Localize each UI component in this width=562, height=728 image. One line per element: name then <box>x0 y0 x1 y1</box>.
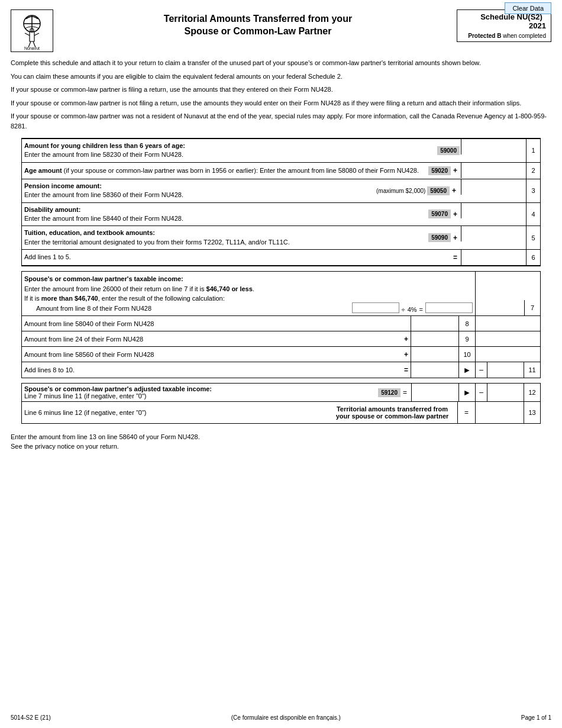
line9-input[interactable] <box>411 334 458 344</box>
row6-label-normal: Add lines 1 to 5. <box>24 253 447 262</box>
row3-maximum: (maximum $2,000) <box>376 188 425 194</box>
line12-code: 59120 <box>378 388 400 397</box>
row3-label: Pension income amount: Enter the amount … <box>22 179 375 202</box>
line12-equals: = <box>400 388 409 397</box>
line7-label: Amount from line 8 of their Form NU428 <box>24 305 151 312</box>
line8-number: 8 <box>458 316 475 331</box>
svg-line-5 <box>34 33 39 36</box>
row2-input[interactable] <box>461 163 526 178</box>
row5-code: 59090 <box>428 233 451 242</box>
taxable-header-normal2: . <box>253 285 254 292</box>
line9-number: 9 <box>458 331 475 346</box>
line9-input-area <box>411 331 458 346</box>
rows-1-6-table: Amount for young children less than 6 ye… <box>21 138 541 266</box>
title-line2: Spouse or Common-Law Partner <box>185 26 332 36</box>
line12-input1-area <box>411 384 458 401</box>
row4-code-area: 59070 + <box>427 203 461 226</box>
line12-label: Line 7 minus line 11 (if negative, enter… <box>24 392 374 400</box>
header-title: Territorial Amounts Transferred from you… <box>59 9 457 38</box>
line13-input[interactable] <box>476 408 517 417</box>
row1-input[interactable] <box>461 139 526 154</box>
footer-left: 5014-S2 E (21) <box>11 714 51 721</box>
line10-spacer <box>475 347 540 362</box>
footer-note2: See the privacy notice on your return. <box>11 443 551 450</box>
row4-operator: + <box>451 210 460 218</box>
protected-b-label: Protected B <box>468 33 501 39</box>
line9-label: Amount from line 24 of their Form NU428 <box>22 331 402 346</box>
nunavut-logo-icon: Nunavut <box>13 12 51 50</box>
row5-label-bold: Tuition, education, and textbook amounts… <box>24 229 155 236</box>
line8-spacer <box>475 316 540 331</box>
row2-operator: + <box>451 166 460 175</box>
line7-input[interactable] <box>476 306 524 315</box>
intro-para3: If your spouse or common-law partner is … <box>11 85 551 95</box>
form-row-1: Amount for young children less than 6 ye… <box>22 138 540 162</box>
line12-final-input[interactable] <box>487 388 517 397</box>
row1-number: 1 <box>526 139 540 162</box>
row1-label: Amount for young children less than 6 ye… <box>22 139 436 162</box>
equals-symbol: = <box>417 306 425 313</box>
line7-calc-input[interactable] <box>352 302 399 313</box>
row1-code-area: 59000 <box>436 139 461 162</box>
row2-label: Age amount (if your spouse or common-law… <box>22 163 427 179</box>
line10-input[interactable] <box>411 350 458 359</box>
row4-label: Disability amount: Enter the amount from… <box>22 203 427 226</box>
line7-number: 7 <box>524 300 540 315</box>
row5-input[interactable] <box>461 226 526 241</box>
form-row-4: Disability amount: Enter the amount from… <box>22 202 540 226</box>
taxable-header-bold2: $46,740 or less <box>206 285 253 292</box>
footer-right: Page 1 of 1 <box>521 714 551 721</box>
line13-input-area <box>475 402 524 423</box>
line8-input[interactable] <box>411 319 458 328</box>
header-area: Nunavut Territorial Amounts Transferred … <box>0 4 562 52</box>
intro-section: Complete this schedule and attach it to … <box>0 52 562 138</box>
footer-note1: Enter the amount from line 13 on line 58… <box>11 433 551 440</box>
row3-label-normal: Enter the amount from line 58360 of thei… <box>24 191 373 199</box>
row5-label: Tuition, education, and textbook amounts… <box>22 226 427 249</box>
row3-operator: + <box>450 186 458 195</box>
line12-input1[interactable] <box>412 388 452 397</box>
row2-label-bold: Age amount <box>24 167 62 174</box>
row5-code-area: 59090 + <box>427 226 461 249</box>
line11-label: Add lines 8 to 10. <box>22 362 402 378</box>
title-line1: Territorial Amounts Transferred from you… <box>164 14 352 24</box>
line7-calc-area: ÷ 4% = <box>352 272 475 315</box>
line7-final-area: 7 <box>475 272 540 315</box>
percent-label: 4% <box>408 306 417 313</box>
row6-operator-area: = <box>450 250 461 265</box>
svg-text:Nunavut: Nunavut <box>24 46 40 50</box>
line13-label: Line 6 minus line 12 (if negative, enter… <box>22 402 327 423</box>
row6-operator: = <box>451 253 460 262</box>
line12-arrow: ► <box>458 384 475 401</box>
line7-result-input[interactable] <box>425 302 473 313</box>
page-footer: 5014-S2 E (21) (Ce formulaire est dispon… <box>11 714 551 721</box>
line12-code-area: 59120 = <box>376 384 411 401</box>
row1-label-normal: Enter the amount from line 58230 of thei… <box>24 150 434 159</box>
row2-label-normal: (if your spouse or common-law partner wa… <box>62 167 419 174</box>
row4-label-bold: Disability amount: <box>24 206 80 213</box>
line11-operator: = <box>402 362 411 378</box>
line11-input[interactable] <box>411 365 458 375</box>
taxable-header: Spouse's or common-law partner's taxable… <box>22 272 352 315</box>
taxable-income-section: Spouse's or common-law partner's taxable… <box>21 271 541 378</box>
row2-code: 59020 <box>428 166 451 175</box>
line9-operator: + <box>402 331 411 346</box>
line13-bold-label: Territorial amounts transferred from you… <box>327 402 457 423</box>
line12-final-area <box>487 384 524 401</box>
row6-input[interactable] <box>461 250 526 265</box>
row1-label-bold: Amount for young children less than 6 ye… <box>24 142 185 149</box>
row4-input[interactable] <box>461 203 526 218</box>
svg-line-4 <box>25 33 30 36</box>
row3-number: 3 <box>526 179 540 202</box>
intro-para5: If your spouse or common-law partner was… <box>11 111 551 131</box>
form-row-5: Tuition, education, and textbook amounts… <box>22 226 540 249</box>
divide-symbol: ÷ <box>399 306 408 313</box>
intro-para1: Complete this schedule and attach it to … <box>11 58 551 68</box>
line11-final-input[interactable] <box>487 365 517 375</box>
line12-number: 12 <box>524 384 540 401</box>
clear-data-button[interactable]: Clear Data <box>505 2 551 14</box>
row1-code: 59000 <box>437 146 460 155</box>
taxable-header-normal1: Enter the amount from line 26000 of thei… <box>24 285 206 292</box>
row3-input[interactable] <box>461 179 526 195</box>
row5-number: 5 <box>526 226 540 249</box>
